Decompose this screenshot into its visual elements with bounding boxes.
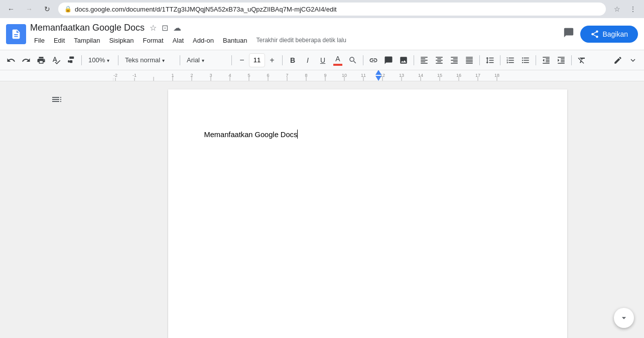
link-button[interactable] xyxy=(366,53,380,68)
text-cursor xyxy=(297,130,298,139)
bookmark-button[interactable]: ☆ xyxy=(610,2,624,16)
font-size-area: − + xyxy=(235,53,279,68)
style-chevron xyxy=(162,56,165,64)
menu-sisipkan[interactable]: Sisipkan xyxy=(105,35,138,46)
sidebar-right xyxy=(622,81,644,338)
forward-button[interactable]: → xyxy=(22,2,36,16)
align-center-button[interactable] xyxy=(432,53,446,68)
toolbar: 100% Teks normal Arial − + B I U A xyxy=(0,50,644,70)
text-color-indicator xyxy=(333,64,342,66)
browser-bar: ← → ↻ 🔒 docs.google.com/document/d/1TTZg… xyxy=(0,0,644,18)
undo-button[interactable] xyxy=(4,53,18,68)
font-selector[interactable]: Arial xyxy=(183,53,228,67)
move-button[interactable]: ⊡ xyxy=(161,22,169,34)
indent-increase-button[interactable] xyxy=(554,53,568,68)
doc-title-row: Memanfaatkan Google Docs ☆ ⊡ ☁ xyxy=(30,22,557,34)
header-right: Bagikan xyxy=(561,25,638,43)
separator-8 xyxy=(479,55,480,65)
font-size-decrease[interactable]: − xyxy=(235,53,249,68)
bold-button[interactable]: B xyxy=(286,53,300,68)
address-bar[interactable]: 🔒 docs.google.com/document/d/1TTZg3IJMQq… xyxy=(58,3,606,16)
zoom-chevron xyxy=(107,56,109,64)
floating-action-button[interactable] xyxy=(614,308,634,328)
browser-actions: ☆ ⋮ xyxy=(610,2,640,16)
menu-file[interactable]: File xyxy=(30,35,49,46)
menu-edit[interactable]: Edit xyxy=(50,35,69,46)
menu-alat[interactable]: Alat xyxy=(169,35,188,46)
bullet-list-button[interactable] xyxy=(519,53,533,68)
separator-1 xyxy=(81,55,82,65)
menu-bar: File Edit Tampilan Sisipkan Format Alat … xyxy=(30,35,557,46)
align-right-button[interactable] xyxy=(447,53,461,68)
redo-button[interactable] xyxy=(19,53,33,68)
document-text: Memanfaatkan Google Docs xyxy=(204,131,298,139)
cloud-button[interactable]: ☁ xyxy=(172,22,182,34)
app-logo xyxy=(6,24,26,44)
zoom-selector[interactable]: 100% xyxy=(85,53,115,67)
save-status: Terakhir diedit beberapa detik lalu xyxy=(256,37,346,44)
clear-format-button[interactable] xyxy=(575,53,589,68)
menu-bantuan[interactable]: Bantuan xyxy=(219,35,251,46)
editing-mode-button[interactable] xyxy=(611,53,625,68)
svg-text:-2: -2 xyxy=(113,73,117,78)
separator-4 xyxy=(231,55,232,65)
share-button[interactable]: Bagikan xyxy=(580,26,638,43)
doc-title[interactable]: Memanfaatkan Google Docs xyxy=(30,23,145,33)
ruler: -2 -1 1 2 3 4 5 6 7 8 xyxy=(0,70,644,81)
separator-11 xyxy=(571,55,572,65)
zoom-value: 100% xyxy=(88,56,105,64)
star-button[interactable]: ☆ xyxy=(149,22,158,34)
header-title-section: Memanfaatkan Google Docs ☆ ⊡ ☁ File Edit… xyxy=(30,22,557,46)
title-icons: ☆ ⊡ ☁ xyxy=(149,22,182,34)
style-value: Teks normal xyxy=(125,56,160,64)
outline-toggle[interactable] xyxy=(47,89,67,112)
url-text: docs.google.com/document/d/1TTZg3IJMQqjN… xyxy=(75,6,600,13)
highlight-button[interactable] xyxy=(346,53,360,68)
print-button[interactable] xyxy=(34,53,48,68)
font-size-input[interactable] xyxy=(249,53,265,67)
separator-7 xyxy=(414,55,414,65)
extensions-button[interactable]: ⋮ xyxy=(626,2,640,16)
separator-6 xyxy=(363,55,363,65)
main-area: Memanfaatkan Google Docs xyxy=(0,81,644,338)
app-header: Memanfaatkan Google Docs ☆ ⊡ ☁ File Edit… xyxy=(0,18,644,50)
ruler-inner: -2 -1 1 2 3 4 5 6 7 8 xyxy=(113,70,509,81)
line-spacing-button[interactable] xyxy=(483,53,497,68)
reload-button[interactable]: ↻ xyxy=(40,2,54,16)
font-value: Arial xyxy=(187,56,200,64)
document-page: Memanfaatkan Google Docs xyxy=(168,89,567,338)
spellcheck-button[interactable] xyxy=(49,53,63,68)
align-justify-button[interactable] xyxy=(462,53,476,68)
menu-addon[interactable]: Add-on xyxy=(189,35,218,46)
document-area[interactable]: Memanfaatkan Google Docs xyxy=(113,81,622,338)
separator-10 xyxy=(536,55,536,65)
back-button[interactable]: ← xyxy=(4,2,18,16)
separator-2 xyxy=(118,55,118,65)
menu-format[interactable]: Format xyxy=(139,35,168,46)
numbered-list-button[interactable] xyxy=(503,53,518,68)
menu-tampilan[interactable]: Tampilan xyxy=(70,35,104,46)
underline-button[interactable]: U xyxy=(316,53,330,68)
more-options-button[interactable] xyxy=(626,53,640,68)
style-selector[interactable]: Teks normal xyxy=(121,53,177,67)
separator-3 xyxy=(180,55,180,65)
separator-9 xyxy=(500,55,500,65)
indent-decrease-button[interactable] xyxy=(539,53,553,68)
svg-text:-1: -1 xyxy=(133,73,137,78)
separator-5 xyxy=(282,55,283,65)
image-button[interactable] xyxy=(397,53,411,68)
share-label: Bagikan xyxy=(602,30,628,38)
document-content[interactable]: Memanfaatkan Google Docs xyxy=(204,130,531,139)
italic-button[interactable]: I xyxy=(301,53,315,68)
font-chevron xyxy=(202,56,204,64)
comment-add-button[interactable] xyxy=(381,53,396,68)
paint-format-button[interactable] xyxy=(64,53,78,68)
text-color-button[interactable]: A xyxy=(331,53,345,68)
align-left-button[interactable] xyxy=(417,53,431,68)
lock-icon: 🔒 xyxy=(64,6,72,13)
comment-button[interactable] xyxy=(561,25,576,43)
sidebar-left xyxy=(0,81,113,338)
font-size-increase[interactable]: + xyxy=(265,53,279,68)
